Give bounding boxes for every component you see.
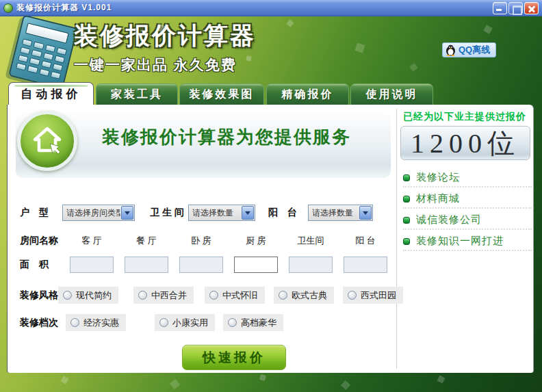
grade-option-luxury[interactable]: 高档豪华 [223, 314, 283, 331]
area-input-living[interactable] [70, 257, 114, 273]
radio-icon [159, 318, 168, 327]
green-bullet-icon [403, 217, 410, 224]
grade-option-comfortable[interactable]: 小康实用 [155, 314, 215, 331]
house-type-select[interactable]: 请选择房间类型 [62, 205, 135, 221]
green-bullet-icon [403, 238, 410, 245]
area-input-balcony[interactable] [344, 257, 387, 273]
room-names-label: 房间名称 [20, 235, 64, 247]
sidebar-link-trusted-companies[interactable]: 诚信装修公司 [403, 209, 532, 230]
radio-icon [209, 291, 218, 300]
confetti-decoration [483, 25, 493, 34]
room-name-kitchen: 厨 房 [229, 235, 283, 247]
tab-bar: 自动报价 家装工具 装修效果图 精确报价 使用说明 [0, 82, 542, 105]
qq-penguin-icon [446, 44, 456, 56]
green-bullet-icon [403, 196, 410, 202]
house-type-label: 户 型 [20, 207, 62, 219]
style-option-european-classic[interactable]: 欧式古典 [274, 287, 334, 304]
confetti-decoration [60, 376, 68, 384]
sidebar-link-knowledge[interactable]: 装修知识一网打进 [403, 230, 532, 251]
maximize-button[interactable] [508, 2, 523, 14]
style-option-chinese-classic[interactable]: 中式怀旧 [205, 287, 265, 304]
tab-home-tools[interactable]: 家装工具 [96, 83, 178, 105]
sidebar-heading: 已经为以下业主提供过报价 [403, 111, 526, 123]
bathroom-count-select[interactable]: 请选择数量 [188, 205, 255, 221]
form-row-area: 面 积 [20, 257, 393, 273]
vertical-divider [396, 109, 397, 369]
balcony-count-select[interactable]: 请选择数量 [308, 205, 373, 221]
sidebar-links: 装修论坛 材料商城 诚信装修公司 装修知识一网打进 [403, 166, 532, 251]
quick-quote-button[interactable]: 快速报价 [182, 345, 286, 370]
house-button[interactable] [17, 111, 77, 171]
tab-effect-images[interactable]: 装修效果图 [179, 83, 264, 105]
green-bullet-icon [403, 174, 410, 181]
area-input-kitchen[interactable] [234, 257, 278, 273]
app-icon [3, 3, 13, 13]
app-subtitle: 一键一家出品 永久免费 [74, 55, 256, 75]
form-row-style: 装修风格 现代简约 中西合并 中式怀旧 欧式古典 西式田园 [20, 287, 395, 304]
room-name-living: 客 厅 [64, 235, 119, 247]
radio-icon [63, 291, 72, 300]
radio-icon [138, 291, 147, 300]
chevron-down-icon [242, 206, 254, 220]
radio-icon [70, 318, 79, 327]
confetti-decoration [409, 63, 418, 72]
calculator-icon [8, 14, 78, 89]
confetti-decoration [341, 380, 350, 390]
confetti-decoration [259, 374, 266, 381]
chevron-down-icon [359, 206, 372, 220]
bathroom-label: 卫 生 间 [150, 207, 188, 219]
confetti-decoration [437, 375, 445, 383]
confetti-decoration [246, 55, 251, 61]
minimize-button[interactable] [493, 2, 507, 14]
app-window: 装修报价计算器 V1.001 装修报价计算器 一键一家出品 永久免费 [0, 0, 542, 392]
form-row-type: 户 型 请选择房间类型 卫 生 间 请选择数量 阳 台 请选择数量 [20, 205, 393, 221]
served-count-box: 1200位 [400, 126, 530, 160]
style-option-mixed[interactable]: 中西合并 [133, 287, 194, 304]
area-input-bedroom[interactable] [179, 257, 223, 273]
style-label: 装修风格 [20, 289, 58, 302]
style-option-modern[interactable]: 现代简约 [58, 287, 118, 304]
room-name-bathroom: 卫生间 [283, 235, 338, 247]
style-option-western-pastoral[interactable]: 西式田园 [343, 287, 403, 304]
title-bar: 装修报价计算器 V1.001 [0, 0, 542, 16]
tab-auto-quote[interactable]: 自动报价 [8, 82, 94, 105]
content-panel: 装修报价计算器为您提供服务 户 型 请选择房间类型 卫 生 间 请选择数量 阳 … [7, 105, 534, 373]
room-name-balcony: 阳 台 [338, 235, 393, 247]
radio-icon [348, 291, 357, 300]
qq-status-button[interactable]: QQ离线 [442, 42, 496, 57]
grade-label: 装修档次 [20, 317, 66, 329]
tab-instructions[interactable]: 使用说明 [350, 83, 433, 105]
served-count: 1200位 [411, 125, 520, 162]
radio-icon [279, 291, 287, 300]
balcony-label: 阳 台 [268, 207, 308, 219]
form-row-room-names: 房间名称 客 厅 餐 厅 卧 房 厨 房 卫生间 阳 台 [20, 235, 393, 247]
room-name-bedroom: 卧 房 [174, 235, 229, 247]
area-input-dining[interactable] [125, 257, 168, 273]
window-title: 装修报价计算器 V1.001 [16, 2, 112, 14]
radio-icon [228, 318, 237, 327]
sidebar-link-forum[interactable]: 装修论坛 [403, 166, 532, 187]
grade-option-economy[interactable]: 经济实惠 [66, 314, 126, 331]
sidebar-link-materials-mall[interactable]: 材料商城 [403, 187, 532, 209]
area-input-bathroom[interactable] [289, 257, 333, 273]
house-pointer-icon [29, 123, 65, 159]
confetti-decoration [286, 19, 294, 27]
confetti-decoration [354, 42, 365, 53]
app-header: 装修报价计算器 一键一家出品 永久免费 QQ离线 [0, 16, 542, 82]
form-row-grade: 装修档次 经济实惠 小康实用 高档豪华 [20, 314, 395, 331]
service-banner-text: 装修报价计算器为您提供服务 [102, 105, 351, 169]
tab-precise-quote[interactable]: 精确报价 [266, 83, 349, 105]
confetti-decoration [170, 379, 180, 389]
room-name-dining: 餐 厅 [119, 235, 174, 247]
chevron-down-icon [121, 206, 133, 220]
area-label: 面 积 [20, 259, 64, 271]
close-button[interactable] [524, 2, 539, 14]
qq-status-label: QQ离线 [459, 44, 490, 56]
